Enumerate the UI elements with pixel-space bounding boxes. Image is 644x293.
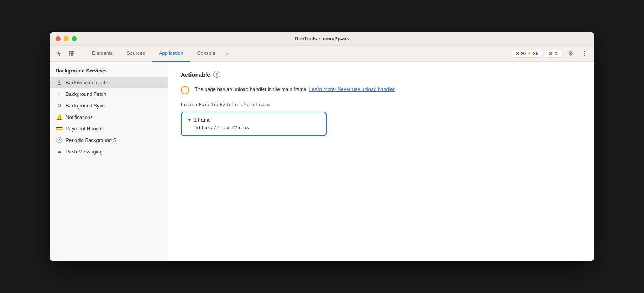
maximize-button[interactable] (72, 36, 77, 41)
titlebar-title: DevTools - .com/?p=us (295, 36, 349, 41)
error-warning-badge[interactable]: ✖ 20 ⚠ 35 (512, 50, 542, 58)
card-icon: 💳 (56, 125, 63, 132)
sidebar-item-label: Background Sync (66, 103, 105, 109)
warning-icon: ⚠ (527, 51, 532, 56)
cursor-icon-button[interactable] (54, 48, 65, 59)
cursor-icon (56, 51, 63, 57)
more-menu-button[interactable]: ⋮ (579, 48, 590, 59)
toolbar: Elements Sources Application Console » ✖… (50, 46, 594, 62)
tab-console[interactable]: Console (190, 46, 223, 62)
help-icon[interactable]: ? (213, 71, 220, 78)
tab-elements[interactable]: Elements (85, 46, 120, 62)
cloud-icon: ☁ (56, 148, 63, 155)
sidebar: Background Services 🗄 Back/forward cache… (50, 62, 168, 261)
frame-count: 1 frame (194, 117, 211, 123)
section-title-text: Actionable (181, 71, 210, 78)
warning-item: ! The page has an unload handler in the … (181, 86, 582, 94)
exception-badge[interactable]: ✖ 72 (545, 50, 562, 58)
section-title: Actionable ? (181, 71, 582, 78)
sidebar-item-background-sync[interactable]: ↻ Background Sync (50, 100, 168, 111)
frame-box: ▼ 1 frame https:// com/?p=us (181, 112, 327, 136)
inspect-icon (69, 51, 75, 57)
titlebar: DevTools - .com/?p=us (50, 32, 594, 46)
sidebar-item-label: Background Fetch (66, 91, 106, 97)
clock-icon: 🕐 (56, 137, 63, 143)
sidebar-section-title: Background Services (50, 62, 168, 77)
svg-rect-0 (69, 51, 71, 53)
close-button[interactable] (56, 36, 61, 41)
tabs: Elements Sources Application Console » (85, 46, 510, 62)
triangle-icon: ▼ (188, 118, 192, 122)
warning-learn-more-link[interactable]: Learn more: Never use unload handler (309, 86, 395, 92)
sidebar-item-label: Payment Handler (66, 126, 104, 132)
frame-header: ▼ 1 frame (188, 117, 320, 123)
warning-text-before-link: The page has an unload handler in the ma… (195, 86, 308, 92)
error-icon: ✖ (515, 51, 519, 56)
inspect-icon-button[interactable] (66, 48, 77, 59)
sidebar-item-background-fetch[interactable]: ↕ Background Fetch (50, 88, 168, 100)
svg-rect-3 (72, 54, 74, 56)
tab-application[interactable]: Application (152, 46, 190, 62)
devtools-window: DevTools - .com/?p=us Elements Sources A… (50, 32, 594, 261)
warning-circle-icon: ! (181, 86, 189, 94)
frame-url: https:// com/?p=us (188, 125, 320, 131)
sidebar-item-back-forward-cache[interactable]: 🗄 Back/forward cache (50, 77, 168, 88)
settings-button[interactable]: ⚙ (565, 48, 576, 59)
sidebar-item-payment-handler[interactable]: 💳 Payment Handler (50, 123, 168, 134)
exception-count: 72 (554, 51, 559, 56)
sync-icon: ↻ (56, 102, 63, 109)
database-icon: 🗄 (56, 79, 63, 86)
main-content: Background Services 🗄 Back/forward cache… (50, 62, 594, 261)
toolbar-divider (81, 50, 81, 58)
content-area: Actionable ? ! The page has an unload ha… (168, 62, 594, 261)
window-controls (56, 36, 77, 41)
tab-more[interactable]: » (222, 46, 231, 62)
sidebar-item-label: Push Messaging (66, 149, 102, 155)
sidebar-item-label: Periodic Background S (66, 137, 116, 143)
svg-rect-1 (72, 51, 74, 53)
sidebar-item-label: Back/forward cache (66, 80, 109, 86)
sidebar-item-label: Notifications (66, 114, 93, 120)
sidebar-item-periodic-background[interactable]: 🕐 Periodic Background S (50, 134, 168, 146)
bell-icon: 🔔 (56, 114, 63, 120)
warning-text: The page has an unload handler in the ma… (195, 86, 395, 93)
tab-sources[interactable]: Sources (120, 46, 152, 62)
sidebar-item-push-messaging[interactable]: ☁ Push Messaging (50, 146, 168, 157)
sidebar-item-notifications[interactable]: 🔔 Notifications (50, 111, 168, 123)
warning-count: 35 (533, 51, 538, 56)
exception-icon: ✖ (548, 51, 552, 56)
svg-rect-2 (69, 54, 71, 56)
minimize-button[interactable] (64, 36, 69, 41)
error-count: 20 (521, 51, 526, 56)
arrows-updown-icon: ↕ (56, 91, 63, 97)
code-label: UnloadHandlerExistsInMainFrame (181, 102, 582, 108)
